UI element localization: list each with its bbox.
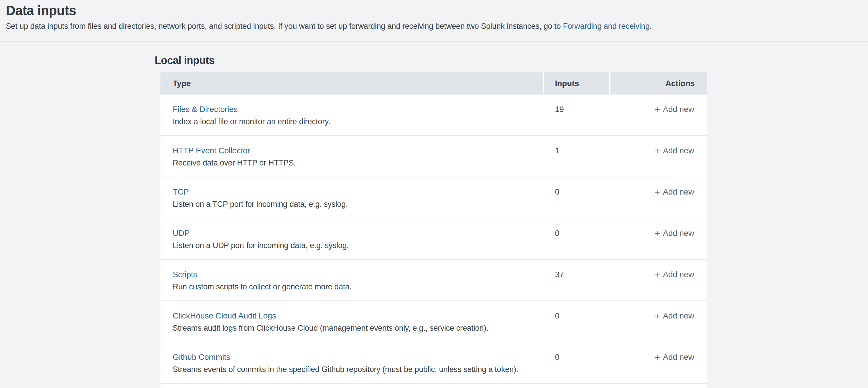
column-header-inputs: Inputs — [544, 72, 609, 94]
table-row: ClickHouse Cloud Audit Logs Streams audi… — [160, 301, 707, 342]
page-subtitle: Set up data inputs from files and direct… — [6, 21, 859, 31]
table-row: TCP Listen on a TCP port for incoming da… — [160, 177, 707, 218]
type-cell: ClickHouse Cloud Audit Logs Streams audi… — [160, 310, 543, 342]
table-row: HTTP Event Collector Receive data over H… — [160, 136, 707, 177]
input-type-link[interactable]: Files & Directories — [173, 105, 238, 114]
next-row-partial — [160, 384, 707, 388]
actions-cell: + Add new — [611, 145, 707, 177]
content-area: Local inputs Type Inputs Actions Files &… — [0, 41, 868, 388]
add-new-link[interactable]: + Add new — [654, 352, 694, 362]
type-cell: Scripts Run custom scripts to collect or… — [160, 269, 543, 300]
add-new-link[interactable]: + Add new — [654, 145, 694, 156]
data-inputs-page: Data inputs Set up data inputs from file… — [0, 0, 868, 388]
table-body: Files & Directories Index a local file o… — [160, 94, 707, 384]
add-new-label: Add new — [663, 352, 694, 362]
add-new-link[interactable]: + Add new — [654, 228, 694, 239]
type-cell: TCP Listen on a TCP port for incoming da… — [160, 187, 543, 218]
plus-icon: + — [654, 228, 660, 238]
input-type-link[interactable]: UDP — [173, 229, 190, 238]
add-new-link[interactable]: + Add new — [654, 104, 694, 115]
section-heading-local-inputs: Local inputs — [155, 54, 868, 67]
input-type-link[interactable]: HTTP Event Collector — [173, 146, 250, 155]
actions-cell: + Add new — [611, 310, 707, 342]
input-type-description: Index a local file or monitor an entire … — [173, 116, 543, 127]
actions-cell: + Add new — [611, 352, 707, 383]
type-cell: Files & Directories Index a local file o… — [160, 104, 543, 135]
add-new-label: Add new — [663, 228, 694, 239]
actions-cell: + Add new — [611, 104, 707, 135]
subtitle-text: Set up data inputs from files and direct… — [6, 22, 563, 31]
table-header-row: Type Inputs Actions — [160, 72, 707, 94]
inputs-count: 0 — [544, 228, 609, 259]
inputs-count: 0 — [544, 187, 609, 218]
page-title: Data inputs — [6, 2, 859, 19]
local-inputs-table: Type Inputs Actions Files & Directories … — [160, 72, 707, 388]
add-new-label: Add new — [663, 145, 694, 156]
plus-icon: + — [654, 352, 660, 362]
add-new-label: Add new — [663, 104, 694, 115]
column-header-actions: Actions — [611, 72, 707, 94]
table-row: UDP Listen on a UDP port for incoming da… — [160, 218, 707, 260]
inputs-count: 1 — [544, 145, 609, 177]
type-cell: HTTP Event Collector Receive data over H… — [160, 145, 543, 177]
subtitle-period: . — [650, 22, 652, 31]
input-type-description: Receive data over HTTP or HTTPS. — [173, 158, 543, 168]
input-type-description: Listen on a TCP port for incoming data, … — [173, 199, 543, 209]
type-cell: Github Commits Streams events of commits… — [160, 352, 543, 383]
actions-cell: + Add new — [611, 269, 707, 300]
table-row: Github Commits Streams events of commits… — [160, 342, 707, 384]
inputs-count: 37 — [544, 269, 609, 300]
table-row: Files & Directories Index a local file o… — [160, 94, 707, 136]
add-new-label: Add new — [663, 310, 694, 321]
input-type-link[interactable]: TCP — [173, 187, 189, 196]
input-type-description: Streams events of commits in the specifi… — [173, 364, 543, 375]
plus-icon: + — [654, 311, 660, 321]
add-new-link[interactable]: + Add new — [654, 187, 694, 197]
plus-icon: + — [654, 146, 660, 156]
add-new-link[interactable]: + Add new — [654, 269, 694, 280]
inputs-count: 19 — [544, 104, 609, 135]
plus-icon: + — [654, 270, 660, 279]
input-type-link[interactable]: Github Commits — [173, 353, 230, 361]
input-type-link[interactable]: ClickHouse Cloud Audit Logs — [173, 311, 276, 320]
plus-icon: + — [654, 105, 660, 114]
column-header-type: Type — [160, 72, 543, 94]
add-new-label: Add new — [663, 269, 694, 280]
input-type-description: Streams audit logs from ClickHouse Cloud… — [173, 323, 543, 333]
table-row: Scripts Run custom scripts to collect or… — [160, 260, 707, 301]
page-header: Data inputs Set up data inputs from file… — [0, 0, 868, 41]
type-cell: UDP Listen on a UDP port for incoming da… — [160, 228, 543, 259]
actions-cell: + Add new — [611, 187, 707, 218]
plus-icon: + — [654, 187, 660, 197]
forwarding-and-receiving-link[interactable]: Forwarding and receiving — [563, 22, 649, 31]
input-type-description: Listen on a UDP port for incoming data, … — [173, 240, 543, 251]
inputs-count: 0 — [544, 352, 609, 383]
input-type-description: Run custom scripts to collect or generat… — [173, 281, 543, 292]
actions-cell: + Add new — [611, 228, 707, 259]
add-new-link[interactable]: + Add new — [654, 310, 694, 321]
inputs-count: 0 — [544, 310, 609, 342]
add-new-label: Add new — [663, 187, 694, 197]
input-type-link[interactable]: Scripts — [173, 270, 197, 279]
